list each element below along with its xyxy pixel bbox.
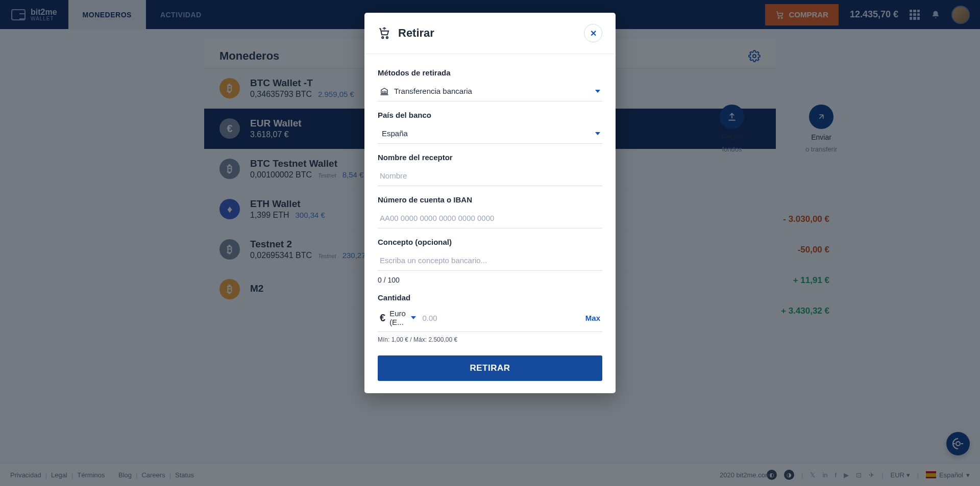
chevron-down-icon [411,316,416,319]
concept-counter: 0 / 100 [378,276,602,284]
limits-text: Mín: 1,00 € / Máx: 2.500,00 € [378,336,602,343]
receiver-input[interactable] [380,171,600,180]
cart-icon [378,27,391,40]
concept-input[interactable] [380,256,600,265]
modal-title: Retirar [398,27,434,40]
currency-select[interactable]: € Euro (E... [380,309,416,326]
method-label: Métodos de retirada [378,68,602,77]
country-label: País del banco [378,111,602,119]
receiver-label: Nombre del receptor [378,153,602,162]
qty-label: Cantidad [378,293,602,302]
chevron-down-icon [595,90,600,93]
svg-point-5 [386,37,388,38]
iban-label: Número de cuenta o IBAN [378,195,602,204]
euro-icon: € [380,312,385,324]
max-button[interactable]: Max [585,314,600,322]
country-select[interactable]: España [378,123,602,144]
iban-input[interactable] [380,214,600,222]
svg-point-4 [382,37,383,38]
close-button[interactable]: ✕ [584,24,602,42]
chevron-down-icon [595,132,600,135]
amount-input[interactable] [422,314,579,322]
concept-label: Concepto (opcional) [378,238,602,246]
withdraw-modal: Retirar ✕ Métodos de retirada Transferen… [364,13,616,393]
submit-withdraw-button[interactable]: RETIRAR [378,355,602,381]
method-select[interactable]: Transferencia bancaria [378,81,602,101]
bank-icon [380,87,389,96]
